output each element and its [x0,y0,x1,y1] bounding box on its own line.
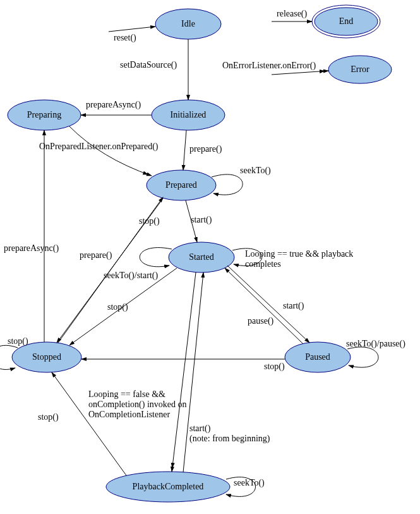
node-started [169,242,234,272]
node-prepared [147,170,216,200]
edge-reset-entry [109,27,155,32]
edge-started-pbc [172,272,196,472]
edge-preparing-prepared [69,126,152,176]
edge-initialized-prepared [183,130,186,170]
state-diagram-svg [0,0,420,514]
edge-pbc-started [183,272,203,472]
edge-started-paused [227,266,309,343]
edge-paused-started [225,268,303,344]
node-initialized [152,100,225,130]
node-playbackcompleted [106,472,230,502]
node-error [328,56,392,83]
edge-pbc-stopped [52,372,126,475]
edge-stopped-prepared [58,197,163,343]
node-idle [155,9,221,39]
node-paused [285,342,351,372]
node-end [315,8,378,35]
edge-pbc-seekto [226,477,256,497]
node-preparing [8,100,81,130]
edge-prepared-started [186,200,197,242]
node-stopped [12,342,81,372]
edge-paused-seekto-pause [347,347,378,367]
edge-onerror-entry [272,71,328,75]
edge-started-looping-true [232,248,262,266]
edge-started-seekto-start [140,248,172,267]
edge-started-stopped [69,268,177,345]
